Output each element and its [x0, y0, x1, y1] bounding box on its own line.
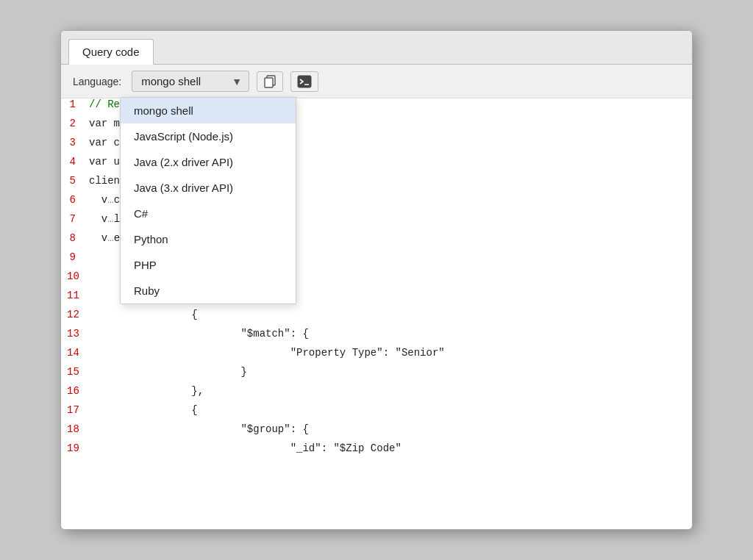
- toolbar: Language: mongo shell ▼ mongo shellJavaS…: [61, 65, 692, 98]
- line-number: 9: [61, 251, 88, 263]
- line-number: 7: [61, 213, 88, 225]
- code-line: 16 },: [61, 385, 692, 404]
- line-content: }: [91, 366, 247, 378]
- line-content: {: [91, 309, 198, 320]
- line-number: 5: [61, 175, 88, 187]
- language-dropdown: mongo shellJavaScript (Node.js)Java (2.x…: [120, 97, 296, 304]
- code-line: 12 {: [61, 309, 692, 328]
- code-line: 13 "$match": {: [61, 328, 692, 347]
- line-content: "Property Type": "Senior": [91, 347, 445, 359]
- tab-bar: Query code: [61, 31, 692, 65]
- dropdown-item-mongo-shell[interactable]: mongo shell: [121, 98, 296, 123]
- line-number: 10: [61, 270, 91, 282]
- code-line: 19 "_id": "$Zip Code": [61, 442, 692, 462]
- line-number: 1: [61, 98, 88, 110]
- code-line: 18 "$group": {: [61, 423, 692, 442]
- svg-rect-2: [298, 76, 311, 87]
- line-number: 18: [61, 423, 91, 435]
- code-line: 15 }: [61, 366, 692, 385]
- line-number: 16: [61, 385, 91, 397]
- line-number: 11: [61, 290, 91, 301]
- dropdown-item-java-(3.x-driver-api)[interactable]: Java (3.x driver API): [121, 175, 296, 201]
- dropdown-item-php[interactable]: PHP: [121, 252, 296, 278]
- terminal-icon: [297, 75, 312, 88]
- terminal-button[interactable]: [290, 71, 318, 92]
- line-number: 13: [61, 328, 91, 340]
- dropdown-item-javascript-(node.js)[interactable]: JavaScript (Node.js): [121, 123, 296, 149]
- main-window: Query code Language: mongo shell ▼ mongo…: [60, 30, 693, 530]
- line-number: 15: [61, 366, 91, 378]
- line-number: 3: [61, 137, 88, 148]
- line-content: "$match": {: [91, 328, 309, 340]
- line-number: 12: [61, 309, 91, 320]
- line-number: 6: [61, 194, 88, 206]
- query-code-tab[interactable]: Query code: [68, 39, 154, 65]
- language-label: Language:: [73, 76, 121, 87]
- svg-rect-1: [265, 78, 273, 87]
- line-number: 19: [61, 442, 91, 454]
- line-content: "$group": {: [91, 423, 309, 435]
- line-number: 8: [61, 232, 88, 244]
- code-line: 14 "Property Type": "Senior": [61, 347, 692, 366]
- dropdown-item-python[interactable]: Python: [121, 226, 296, 252]
- line-content: v…e: [88, 232, 120, 244]
- dropdown-item-java-(2.x-driver-api)[interactable]: Java (2.x driver API): [121, 149, 296, 175]
- language-select[interactable]: mongo shell: [132, 71, 249, 92]
- line-content: {: [91, 404, 198, 416]
- line-content: "_id": "$Zip Code": [91, 442, 402, 454]
- dropdown-item-c#[interactable]: C#: [121, 201, 296, 226]
- copy-button[interactable]: [257, 71, 283, 92]
- line-number: 17: [61, 404, 91, 416]
- language-select-wrapper: mongo shell ▼: [132, 71, 249, 92]
- line-number: 4: [61, 156, 88, 168]
- copy-icon: [263, 75, 276, 88]
- dropdown-item-ruby[interactable]: Ruby: [121, 278, 296, 304]
- line-content: },: [91, 385, 204, 397]
- code-line: 17 {: [61, 404, 692, 423]
- line-number: 14: [61, 347, 91, 359]
- line-number: 2: [61, 118, 88, 129]
